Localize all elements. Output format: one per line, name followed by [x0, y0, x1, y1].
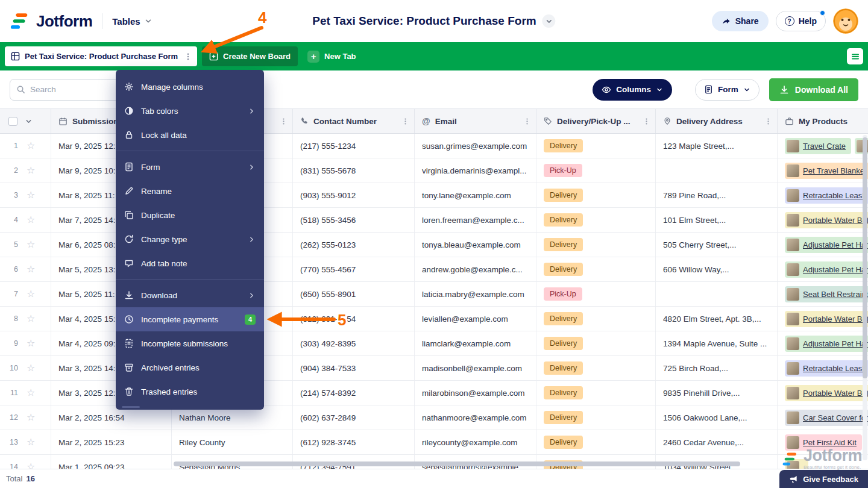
cell-delivery-address[interactable] [656, 282, 778, 306]
cell-fulfillment[interactable]: Delivery [536, 208, 656, 232]
cell-my-products[interactable]: Adjustable Pet Harness [778, 233, 868, 257]
give-feedback-button[interactable]: Give Feedback [779, 470, 868, 488]
cell-fulfillment[interactable]: Delivery [536, 183, 656, 207]
star-icon[interactable]: ☆ [27, 462, 35, 469]
tab-list-icon[interactable] [847, 48, 863, 64]
cell-email[interactable]: milarobinson@example.com [415, 381, 536, 405]
cell-email[interactable]: laticia.mabry@example.com [415, 282, 536, 306]
cell-email[interactable]: andrew.goble@example.c... [415, 257, 536, 281]
cell-fulfillment[interactable]: Delivery [536, 307, 656, 331]
menu-item-manage-columns[interactable]: Manage columns [116, 75, 264, 99]
product-pill[interactable]: Adjustable Pet Harness [785, 336, 868, 352]
tables-nav[interactable]: Tables [112, 16, 152, 27]
menu-item-trashed-entries[interactable]: Trashed entries [116, 380, 264, 404]
star-icon[interactable]: ☆ [27, 190, 35, 200]
title-menu-button[interactable] [542, 14, 556, 28]
product-pill[interactable]: Portable Water Bottle [785, 311, 868, 327]
star-icon[interactable]: ☆ [27, 339, 35, 348]
cell-email[interactable]: rileycounty@example.com [415, 430, 536, 454]
columns-button[interactable]: Columns [593, 79, 672, 101]
avatar[interactable] [833, 8, 858, 34]
product-pill[interactable]: Adjustable Pet Harness [785, 237, 868, 253]
cell-contact-number[interactable]: (303) 492-8395 [293, 331, 415, 355]
cell-my-products[interactable]: Adjustable Pet Harness [778, 257, 868, 281]
cell-contact-number[interactable]: (602) 637-2849 [293, 405, 415, 430]
cell-name[interactable]: Riley County [172, 430, 293, 454]
create-new-board-button[interactable]: Create New Board [202, 46, 298, 66]
column-header-email[interactable]: @ Email [415, 109, 536, 133]
cell-fulfillment[interactable]: Delivery [536, 233, 656, 257]
cell-email[interactable]: virginia.demarinis@exampl... [415, 158, 536, 183]
column-header-contact-number[interactable]: Contact Number [293, 109, 415, 133]
cell-delivery-address[interactable]: 1506 Oakwood Lane,... [656, 405, 778, 430]
jotform-logo[interactable]: Jotform [10, 11, 92, 31]
cell-email[interactable]: tony.lane@example.com [415, 183, 536, 207]
cell-contact-number[interactable]: (903) 555-9012 [293, 183, 415, 207]
star-icon[interactable]: ☆ [27, 413, 35, 422]
cell-contact-number[interactable]: (612) 928-3745 [293, 430, 415, 454]
product-pill[interactable]: Portable Water Bottle [785, 385, 868, 401]
cell-contact-number[interactable]: (214) 574-8392 [293, 381, 415, 405]
cell-email[interactable]: liamclark@example.com [415, 331, 536, 355]
share-button[interactable]: Share [712, 11, 769, 31]
cell-contact-number[interactable]: (904) 384-7533 [293, 356, 415, 380]
cell-email[interactable]: tonya.bleau@example.com [415, 233, 536, 257]
menu-item-duplicate[interactable]: Duplicate [116, 203, 264, 227]
product-pill[interactable]: Portable Water Bottle [785, 212, 868, 228]
cell-fulfillment[interactable]: Delivery [536, 381, 656, 405]
cell-contact-number[interactable]: (312) 891-5554 [293, 307, 415, 331]
star-icon[interactable]: ☆ [27, 314, 35, 324]
cell-my-products[interactable]: Portable Water Bottle [778, 208, 868, 232]
cell-fulfillment[interactable]: Delivery [536, 356, 656, 380]
star-icon[interactable]: ☆ [27, 264, 35, 274]
product-pill[interactable]: Car Seat Cover for Pets [785, 410, 868, 426]
product-pill[interactable]: Travel Crate [785, 138, 851, 154]
menu-item-form[interactable]: Form [116, 155, 264, 179]
star-icon[interactable]: ☆ [27, 437, 35, 447]
chevron-down-icon[interactable] [25, 117, 33, 125]
cell-fulfillment[interactable]: Delivery [536, 405, 656, 430]
cell-delivery-address[interactable]: 123 Maple Street,... [656, 134, 778, 158]
menu-item-tab-colors[interactable]: Tab colors [116, 99, 264, 123]
cell-my-products[interactable]: Travel Crate [778, 134, 868, 158]
product-pill[interactable]: Retractable Leash [785, 187, 868, 204]
cell-my-products[interactable]: Portable Water Bottle [778, 307, 868, 331]
star-icon[interactable]: ☆ [27, 289, 35, 299]
cell-delivery-address[interactable]: 101 Elm Street,... [656, 208, 778, 232]
cell-contact-number[interactable]: (650) 555-8901 [293, 282, 415, 306]
column-header-fulfillment[interactable]: Delivery/Pick-Up ... [536, 109, 656, 133]
form-button[interactable]: Form [695, 79, 760, 101]
cell-delivery-address[interactable]: 1394 Maple Avenue, Suite ... [656, 331, 778, 355]
vertical-scrollbar[interactable] [863, 137, 867, 378]
column-menu-icon[interactable] [523, 117, 531, 125]
cell-fulfillment[interactable]: Pick-Up [536, 158, 656, 183]
cell-delivery-address[interactable] [656, 158, 778, 183]
column-menu-icon[interactable] [401, 117, 409, 125]
cell-delivery-address[interactable]: 789 Pine Road,... [656, 183, 778, 207]
star-icon[interactable]: ☆ [27, 215, 35, 225]
cell-my-products[interactable]: Pet Travel Blanket [778, 158, 868, 183]
cell-fulfillment[interactable]: Pick-Up [536, 282, 656, 306]
cell-my-products[interactable]: Portable Water Bottle [778, 381, 868, 405]
column-menu-icon[interactable] [764, 117, 772, 125]
star-icon[interactable]: ☆ [27, 240, 35, 249]
cell-submission-date[interactable]: Mar 1, 2025 09:23 [51, 455, 172, 469]
column-menu-icon[interactable] [280, 117, 288, 125]
cell-delivery-address[interactable]: 725 Birch Road,... [656, 356, 778, 380]
cell-email[interactable]: susan.grimes@example.com [415, 134, 536, 158]
cell-fulfillment[interactable]: Delivery [536, 430, 656, 454]
horizontal-scrollbar[interactable] [174, 461, 740, 466]
star-icon[interactable]: ☆ [27, 363, 35, 373]
product-pill[interactable]: Retractable Leash [785, 360, 868, 377]
cell-delivery-address[interactable]: 4820 Elm Street, Apt. 3B,... [656, 307, 778, 331]
cell-delivery-address[interactable]: 2460 Cedar Avenue,... [656, 430, 778, 454]
select-all-checkbox[interactable] [8, 117, 17, 126]
cell-my-products[interactable]: Retractable Leash [778, 356, 868, 380]
cell-contact-number[interactable]: (262) 555-0123 [293, 233, 415, 257]
menu-item-lock-all-data[interactable]: Lock all data [116, 123, 264, 147]
menu-item-incomplete-submissions[interactable]: Incomplete submissions [116, 331, 264, 355]
column-menu-icon[interactable] [643, 117, 650, 125]
cell-fulfillment[interactable]: Delivery [536, 134, 656, 158]
cell-submission-date[interactable]: Mar 2, 2025 15:23 [51, 430, 172, 454]
cell-contact-number[interactable]: (831) 555-5678 [293, 158, 415, 183]
